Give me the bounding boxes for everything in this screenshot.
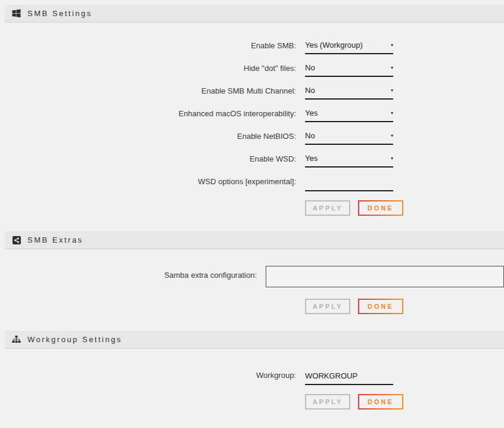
section-smb-extras: SMB Extras Samba extra configuration: AP… <box>0 231 504 331</box>
form-row-enable-smb: Enable SMB: Yes (Workgroup) ▾ <box>0 41 504 54</box>
form-row-workgroup: Workgroup: <box>0 370 504 385</box>
dropdown-arrow-icon: ▾ <box>391 108 393 118</box>
apply-button[interactable]: APPLY <box>305 200 350 216</box>
section-header-workgroup-settings: Workgroup Settings <box>5 331 504 349</box>
select-value: Yes <box>305 108 318 118</box>
field-label: Hide "dot" files: <box>0 63 296 73</box>
hide-dot-files-select[interactable]: No ▾ <box>305 63 393 77</box>
section-body-smb-extras: Samba extra configuration: APPLY DONE <box>0 249 504 331</box>
button-row: APPLY DONE <box>305 299 504 314</box>
field-label: Samba extra configuration: <box>0 266 257 280</box>
dropdown-arrow-icon: ▾ <box>391 154 393 163</box>
workgroup-input[interactable] <box>305 371 393 385</box>
dropdown-arrow-icon: ▾ <box>391 131 393 141</box>
done-button[interactable]: DONE <box>358 200 403 216</box>
form-row-netbios: Enable NetBIOS: No ▾ <box>0 131 504 145</box>
form-row-smb-multichannel: Enable SMB Multi Channel: No ▾ <box>0 86 504 100</box>
form-row-hide-dot-files: Hide "dot" files: No ▾ <box>0 63 504 77</box>
wsd-options-input[interactable] <box>305 178 393 191</box>
dropdown-arrow-icon: ▾ <box>391 63 393 73</box>
select-value: No <box>305 131 315 141</box>
section-title: SMB Settings <box>27 9 92 18</box>
done-button[interactable]: DONE <box>358 394 403 410</box>
field-label: WSD options [experimental]: <box>0 176 296 187</box>
section-header-smb-settings: SMB Settings <box>5 5 504 23</box>
form-row-wsd: Enable WSD: Yes ▾ <box>0 154 504 168</box>
section-header-smb-extras: SMB Extras <box>5 231 504 249</box>
sitemap-icon <box>12 335 21 344</box>
apply-button[interactable]: APPLY <box>305 394 350 410</box>
apply-button[interactable]: APPLY <box>305 299 350 314</box>
enable-smb-select[interactable]: Yes (Workgroup) ▾ <box>305 41 393 54</box>
select-value: Yes <box>305 154 318 163</box>
netbios-select[interactable]: No ▾ <box>305 131 393 145</box>
button-row: APPLY DONE <box>305 200 504 216</box>
select-value: No <box>305 86 315 95</box>
share-square-icon <box>12 235 21 244</box>
section-body-workgroup: Workgroup: APPLY DONE <box>0 349 504 418</box>
field-label: Enable SMB: <box>0 41 296 51</box>
section-workgroup-settings: Workgroup Settings Workgroup: APPLY DONE <box>0 331 504 418</box>
form-row-samba-extra-config: Samba extra configuration: <box>0 266 504 290</box>
dropdown-arrow-icon: ▾ <box>391 41 393 50</box>
select-value: Yes (Workgroup) <box>305 41 363 50</box>
field-label: Enable NetBIOS: <box>0 131 296 141</box>
section-title: SMB Extras <box>27 235 83 244</box>
form-row-macos-interop: Enhanced macOS interoperability: Yes ▾ <box>0 108 504 122</box>
dropdown-arrow-icon: ▾ <box>391 86 393 95</box>
section-title: Workgroup Settings <box>27 335 122 344</box>
field-label: Enable WSD: <box>0 154 296 164</box>
field-label: Enhanced macOS interoperability: <box>0 108 296 119</box>
done-button[interactable]: DONE <box>358 299 403 314</box>
section-smb-settings: SMB Settings Enable SMB: Yes (Workgroup)… <box>0 5 504 231</box>
samba-extra-config-textarea[interactable] <box>266 266 504 287</box>
button-row: APPLY DONE <box>305 394 504 410</box>
select-value: No <box>305 63 315 73</box>
section-body-smb-settings: Enable SMB: Yes (Workgroup) ▾ Hide "dot"… <box>0 23 504 231</box>
smb-multichannel-select[interactable]: No ▾ <box>305 86 393 100</box>
wsd-select[interactable]: Yes ▾ <box>305 154 393 168</box>
windows-icon <box>12 9 21 18</box>
field-label: Enable SMB Multi Channel: <box>0 86 296 96</box>
field-label: Workgroup: <box>0 370 296 380</box>
form-row-wsd-options: WSD options [experimental]: <box>0 176 504 191</box>
macos-interop-select[interactable]: Yes ▾ <box>305 108 393 122</box>
